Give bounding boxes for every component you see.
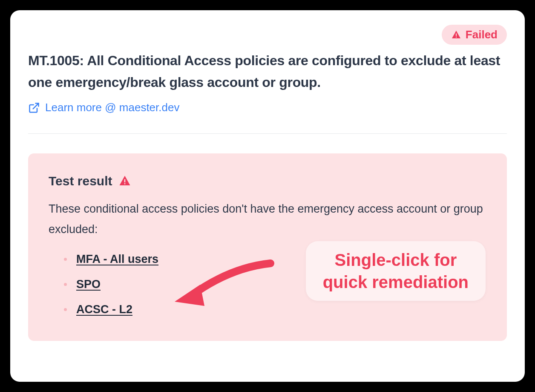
policy-link-mfa-all-users[interactable]: MFA - All users [76,253,158,266]
list-item: ACSC - L2 [64,303,486,316]
policy-link-spo[interactable]: SPO [76,278,101,291]
status-badge-label: Failed [466,28,498,41]
test-result-panel: Test result These conditional access pol… [28,153,507,341]
external-link-icon [28,102,40,114]
learn-more-label: Learn more @ maester.dev [45,101,179,114]
bullet-icon [64,283,67,286]
svg-rect-0 [456,33,457,36]
test-result-heading: Test result [49,174,486,188]
divider [28,133,507,134]
warning-icon [118,175,131,187]
bullet-icon [64,258,67,261]
svg-rect-3 [124,179,125,183]
annotation-line1: Single-click for [323,249,469,271]
status-badge: Failed [442,25,507,45]
badge-row: Failed [28,25,507,45]
learn-more-link[interactable]: Learn more @ maester.dev [28,101,179,114]
test-result-heading-label: Test result [49,174,112,188]
policy-link-acsc-l2[interactable]: ACSC - L2 [76,303,132,316]
svg-rect-4 [124,183,125,184]
test-card: Failed MT.1005: All Conditional Access p… [10,10,525,382]
svg-rect-1 [456,37,457,37]
test-title: MT.1005: All Conditional Access policies… [28,50,507,93]
svg-line-2 [33,103,39,109]
bullet-icon [64,308,67,311]
annotation-callout: Single-click for quick remediation [306,241,486,301]
annotation-line2: quick remediation [323,271,469,293]
test-result-description: These conditional access policies don't … [49,199,486,240]
warning-icon [451,30,461,40]
